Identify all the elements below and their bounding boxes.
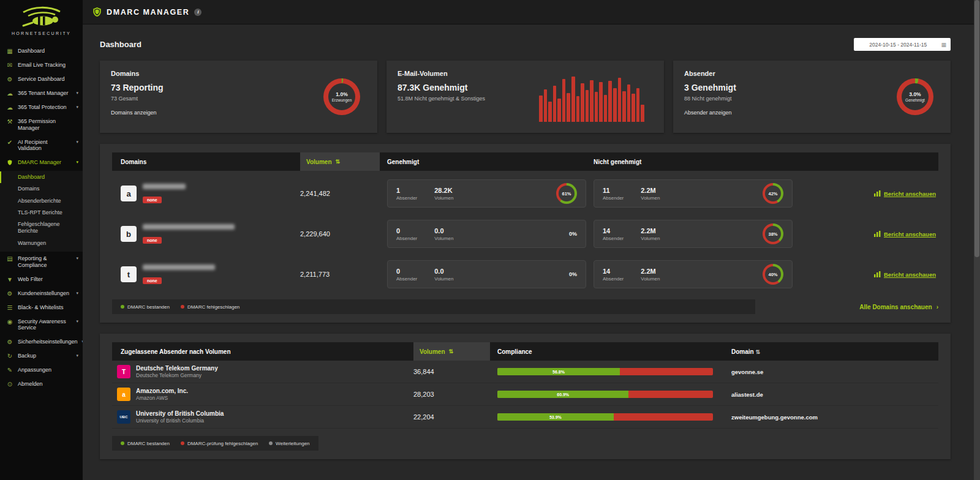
sidebar-item-365-permission-manager[interactable]: ⚒ 365 Permission Manager <box>0 114 83 135</box>
donut-percent: 38% <box>765 226 781 242</box>
chevron-down-icon: ▾ <box>76 91 78 96</box>
gear-icon: ⚙ <box>6 290 13 297</box>
alle-domains-anschauen-link[interactable]: Alle Domains anschauen › <box>859 304 938 310</box>
sidebar-item-security-awareness-service[interactable]: ◉ Security Awareness Service ▾ <box>0 315 83 336</box>
sort-icon: ⇅ <box>448 348 453 354</box>
sidebar-item-anpassungen[interactable]: ✎ Anpassungen <box>0 363 83 377</box>
sidebar-item-backup[interactable]: ↻ Backup ▾ <box>0 349 83 363</box>
stat-value: 0.0 <box>434 268 453 275</box>
sidebar-nav: ▦ Dashboard ✉ Email Live Tracking ⚙ Serv… <box>0 44 83 391</box>
card-subtext: 88 Nicht genehmigt <box>684 95 779 103</box>
logout-icon: ⊙ <box>6 381 13 388</box>
subnav-item-dashboard[interactable]: Dashboard <box>0 171 83 183</box>
domain-cell: a none <box>112 184 293 204</box>
domain-volume: 2,211,773 <box>300 271 380 278</box>
chart-bar <box>631 94 635 122</box>
stat-value: 28.2K <box>434 187 453 194</box>
stat-value: 2.2M <box>641 227 660 234</box>
chevron-down-icon: ▾ <box>76 140 78 144</box>
sidebar-item-365-tenant-manager[interactable]: ☁ 365 Tenant Manager ▾ <box>0 86 83 100</box>
link-label: Alle Domains anschauen <box>859 304 932 310</box>
sidebar-item-ai-recipient-validation[interactable]: ✔ AI Recipient Validation ▾ <box>0 135 83 156</box>
gear-icon: ⚙ <box>6 76 13 83</box>
domains-table-card: Domains Volumen ⇅ Genehmigt Nicht genehm… <box>100 144 951 323</box>
card-title: Domains <box>111 70 366 77</box>
pencil-icon: ✎ <box>6 367 13 373</box>
sidebar-item-abmelden[interactable]: ⊙ Abmelden <box>0 377 83 391</box>
chart-bar <box>562 79 566 122</box>
info-icon[interactable]: i <box>194 9 202 16</box>
stat-label: Absender <box>603 276 624 282</box>
app-title: DMARC MANAGER <box>107 8 189 17</box>
list-icon: ☰ <box>6 304 13 311</box>
sidebar-item-365-total-protection[interactable]: ☁ 365 Total Protection ▾ <box>0 100 83 114</box>
card-senders: Absender 3 Genehmigt 88 Nicht genehmigt … <box>673 61 951 133</box>
sender-name: University of British Columbia <box>136 410 224 417</box>
col-header-domain[interactable]: Domain ⇅ <box>731 348 938 355</box>
compliance-percent: 60.9% <box>557 392 569 397</box>
subnav-item-warnungen[interactable]: Warnungen <box>0 238 83 249</box>
cloud-icon: ☁ <box>6 104 13 111</box>
sidebar-item-sicherheitseinstellungen[interactable]: ⚙ Sicherheitseinstellungen ▾ <box>0 335 83 349</box>
chevron-down-icon: ▾ <box>76 319 78 324</box>
policy-badge: none <box>143 277 162 284</box>
domain-identity: none <box>143 184 186 204</box>
sidebar-item-black-whitelists[interactable]: ☰ Black- & Whitelists <box>0 301 83 315</box>
donut-center: 3.0% Genehmigt <box>902 83 929 110</box>
legend-item: DMARC fehlgeschlagen <box>181 304 239 310</box>
domain-name-redacted <box>143 264 215 270</box>
email-volume-chart <box>539 77 644 122</box>
not-approved-panel: 14 Absender 2.2M Volumen 40% <box>594 260 793 288</box>
legend-dot-gray <box>269 441 273 445</box>
stat-label: Absender <box>396 195 417 201</box>
sender-subname: Deutsche Telekom Germany <box>136 372 218 378</box>
link-label: Bericht anschauen <box>884 271 936 278</box>
legend-dot-green <box>121 441 124 445</box>
subnav-item-absenderberichte[interactable]: Absenderberichte <box>0 195 83 207</box>
col-header-volumen-sort[interactable]: Volumen ⇅ <box>413 342 490 361</box>
chevron-down-icon: ▾ <box>76 291 78 296</box>
table-row: a none 2,241,482 1 Absender 28.2 <box>112 176 938 211</box>
card-domains: Domains 73 Reporting 73 Gesamt Domains a… <box>100 61 377 133</box>
scrollbar-thumb[interactable] <box>974 0 979 257</box>
target-icon: ◉ <box>6 318 13 325</box>
domain-name-redacted <box>143 224 235 230</box>
bericht-anschauen-link[interactable]: Bericht anschauen <box>800 190 938 197</box>
domains-anzeigen-link[interactable]: Domains anzeigen <box>111 110 157 116</box>
sender-identity: Deutsche Telekom Germany Deutsche Teleko… <box>136 365 218 378</box>
vertical-scrollbar[interactable] <box>974 0 980 480</box>
subnav-item-fehlgeschlagene-berichte[interactable]: Fehlgeschlagene Berichte <box>0 219 83 238</box>
sidebar-item-web-filter[interactable]: ▼ Web Filter <box>0 272 83 287</box>
sender-identity: University of British Columbia Universit… <box>136 410 224 424</box>
col-header-label: Domain <box>731 348 754 355</box>
sidebar-item-kundeneinstellungen[interactable]: ⚙ Kundeneinstellungen ▾ <box>0 287 83 301</box>
dmarc-submenu: Dashboard Domains Absenderberichte TLS-R… <box>0 171 83 252</box>
sidebar-item-email-live-tracking[interactable]: ✉ Email Live Tracking <box>0 58 83 72</box>
compliance-cell: 53.9% <box>497 413 724 421</box>
senders-table-header: Zugelassene Absender nach Volumen Volume… <box>112 342 938 361</box>
senders-stat: 0 Absender <box>396 268 417 282</box>
card-subtext: 51.8M Nicht genehmigt & Sonstiges <box>398 95 492 103</box>
sidebar-item-dmarc-manager[interactable]: DMARC Manager ▾ <box>0 156 83 171</box>
bericht-anschauen-link[interactable]: Bericht anschauen <box>800 271 938 278</box>
bericht-anschauen-link[interactable]: Bericht anschauen <box>800 231 938 238</box>
stat-label: Absender <box>603 195 624 201</box>
col-header-volumen-sort[interactable]: Volumen ⇅ <box>300 152 380 171</box>
subnav-item-domains[interactable]: Domains <box>0 183 83 195</box>
sender-domain: gevonne.se <box>731 369 938 375</box>
col-header-domains: Domains <box>112 159 293 165</box>
sidebar-item-service-dashboard[interactable]: ⚙ Service Dashboard <box>0 72 83 86</box>
shield-icon <box>6 159 13 167</box>
stat-value: 14 <box>603 268 624 275</box>
sidebar-item-reporting-compliance[interactable]: ▤ Reporting & Compliance ▾ <box>0 252 83 272</box>
calendar-icon: ▦ <box>941 42 946 48</box>
chart-bar <box>622 91 626 122</box>
absender-anzeigen-link[interactable]: Absender anzeigen <box>684 110 732 116</box>
compliance-pass-segment: 60.9% <box>497 391 628 398</box>
date-range-value: 2024-10-15 - 2024-11-15 <box>858 42 938 48</box>
subnav-item-tls-rpt-berichte[interactable]: TLS-RPT Berichte <box>0 207 83 219</box>
legend-item: DMARC-prüfung fehlgeschlagen <box>181 441 258 446</box>
card-subtext: 73 Gesamt <box>111 95 206 103</box>
date-range-picker[interactable]: 2024-10-15 - 2024-11-15 ▦ <box>854 38 951 51</box>
sidebar-item-dashboard[interactable]: ▦ Dashboard <box>0 44 83 58</box>
